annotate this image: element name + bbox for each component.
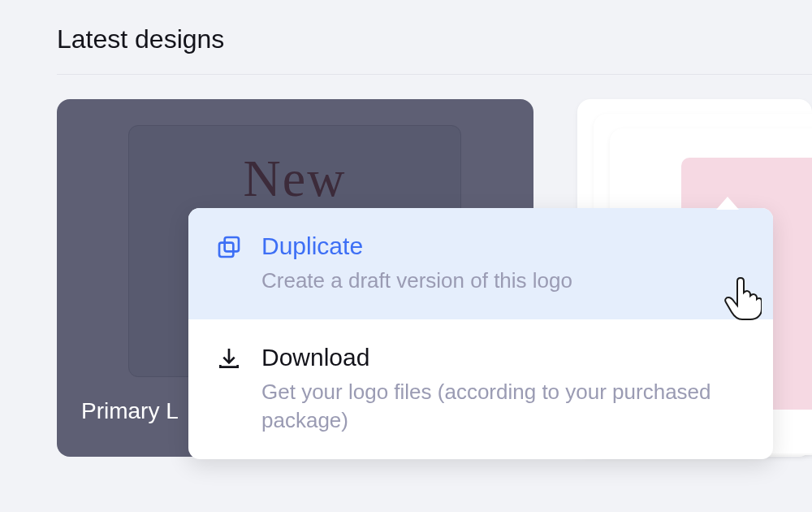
menu-description: Get your logo files (according to your p… <box>261 378 747 435</box>
menu-title: Duplicate <box>261 232 572 260</box>
menu-text: Duplicate Create a draft version of this… <box>261 232 572 295</box>
menu-item-download[interactable]: Download Get your logo files (according … <box>188 319 773 459</box>
section-title: Latest designs <box>57 24 812 54</box>
menu-text: Download Get your logo files (according … <box>261 344 747 435</box>
preview-text: New <box>244 149 347 209</box>
popup-arrow <box>716 197 739 210</box>
menu-description: Create a draft version of this logo <box>261 267 572 295</box>
download-icon <box>216 345 242 371</box>
svg-rect-0 <box>225 237 239 251</box>
menu-title: Download <box>261 344 747 371</box>
divider <box>57 74 812 75</box>
context-menu: Duplicate Create a draft version of this… <box>188 208 773 459</box>
card-label: Primary L <box>81 398 179 424</box>
menu-item-duplicate[interactable]: Duplicate Create a draft version of this… <box>188 208 773 319</box>
cursor-pointer-icon <box>723 275 762 320</box>
duplicate-icon <box>216 234 242 260</box>
svg-rect-1 <box>219 243 233 257</box>
